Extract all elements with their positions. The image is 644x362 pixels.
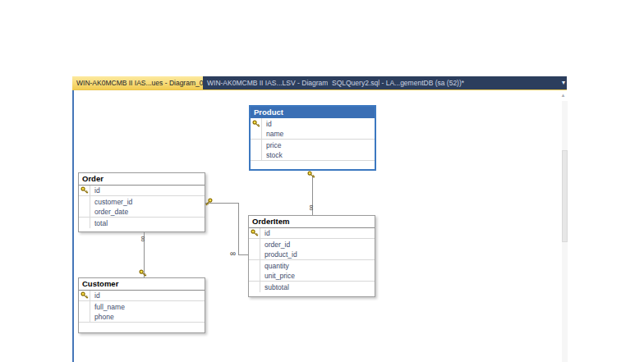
one-side-key-icon [139,266,148,275]
column-row[interactable]: phone [79,312,205,323]
key-cell [249,282,260,292]
key-cell [79,301,90,312]
many-side-infinity-icon: ∞ [139,236,147,241]
column-name: customer_id [90,198,132,206]
primary-key-icon [251,118,262,129]
relationship-order-orderitem-line[interactable] [238,203,239,254]
column-row[interactable]: id [251,118,375,129]
column-name: product_id [260,250,297,259]
tab-diagram-inactive[interactable]: WIN-AK0MCMB II IAS...LSV - Diagram_0* [203,76,328,89]
column-row[interactable]: quantity [249,260,375,271]
column-name: id [90,186,100,195]
key-cell [249,260,260,271]
column-row[interactable]: price [251,140,375,150]
primary-key-icon [79,186,90,195]
column-name: total [90,219,108,227]
column-name: order_date [90,208,128,216]
primary-key-icon [79,291,90,300]
key-cell [79,207,90,217]
vertical-scrollbar[interactable] [562,101,568,362]
tab-label: WIN-AK0MCMB II IAS...LSV - Diagram_0* [207,79,328,87]
table-customer[interactable]: Customeridfull_namephone [78,277,205,333]
tab-label: WIN-AK0MCMB II IAS...ues - Diagram_0* [76,79,203,87]
table-header[interactable]: Order [79,173,205,186]
column-name: order_id [260,241,290,249]
key-cell [249,239,260,250]
column-row[interactable]: unit_price [249,271,375,282]
column-name: quantity [260,262,289,270]
column-name: unit_price [260,272,295,280]
column-row[interactable]: full_name [79,301,205,312]
document-tab-bar: WIN-AK0MCMB II IAS...ues - Diagram_0* ✕ … [72,76,567,90]
column-name: stock [262,151,283,159]
column-name: price [262,141,281,149]
table-header[interactable]: Customer [79,278,205,291]
column-name: phone [90,313,114,321]
column-row[interactable]: order_id [249,239,375,250]
column-row[interactable]: total [79,218,205,228]
scrollbar-top-button[interactable]: ▴ [559,91,568,99]
tab-list-dropdown-icon[interactable]: ▾ [562,79,565,87]
column-row[interactable]: id [249,228,375,239]
column-name: id [260,229,270,237]
many-side-infinity-icon: ∞ [307,204,315,210]
key-cell [249,271,260,281]
table-orderitem[interactable]: OrderItemidorder_idproduct_idquantityuni… [248,215,375,297]
relationship-order-orderitem-line[interactable] [238,254,248,255]
key-cell [251,140,262,150]
scrollbar-thumb[interactable] [562,150,568,242]
pane-left-border [72,90,74,362]
column-row[interactable]: id [79,291,205,301]
column-row[interactable]: stock [251,150,375,161]
tab-label: SQLQuery2.sql - LA...gementDB (sa (52))* [332,79,464,87]
one-side-key-icon [207,198,216,207]
column-name: full_name [90,303,125,311]
key-cell [251,150,262,160]
column-row[interactable]: name [251,129,375,140]
column-name: subtotal [260,283,289,291]
column-row[interactable]: subtotal [249,282,375,292]
table-product[interactable]: Productidnamepricestock [249,105,376,171]
one-side-key-icon [307,167,316,176]
ssms-window: WIN-AK0MCMB II IAS...ues - Diagram_0* ✕ … [0,0,644,362]
column-name: id [90,291,100,300]
column-name: name [262,130,283,138]
column-row[interactable]: id [79,186,205,196]
key-cell [79,218,90,228]
column-row[interactable]: customer_id [79,196,205,207]
key-cell [79,312,90,322]
column-row[interactable]: order_date [79,207,205,218]
many-side-infinity-icon: ∞ [230,250,236,258]
column-row[interactable]: product_id [249,250,375,260]
tab-sqlquery[interactable]: SQLQuery2.sql - LA...gementDB (sa (52))* [328,76,469,89]
key-cell [79,196,90,207]
key-cell [251,129,262,139]
column-name: id [262,120,272,128]
tab-diagram-active[interactable]: WIN-AK0MCMB II IAS...ues - Diagram_0* ✕ [72,76,203,89]
table-header[interactable]: OrderItem [249,216,375,228]
table-header[interactable]: Product [251,107,375,118]
table-order[interactable]: Orderidcustomer_idorder_datetotal [78,172,205,232]
key-cell [249,250,260,259]
primary-key-icon [249,228,260,238]
